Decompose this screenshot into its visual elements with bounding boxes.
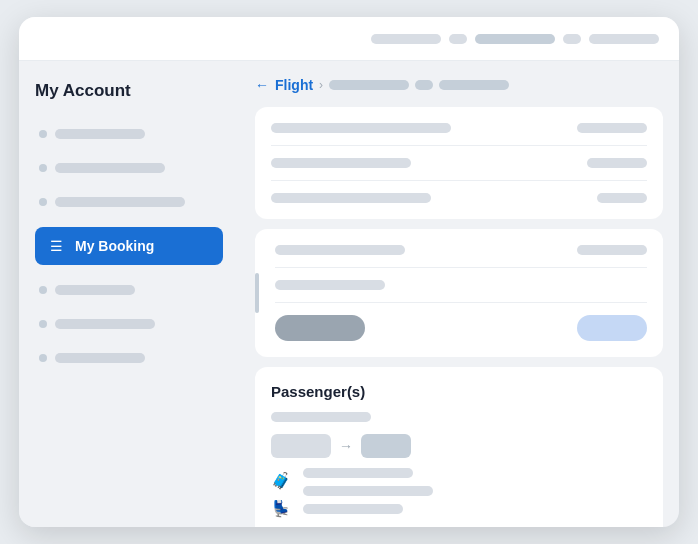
route-arrow-icon: →	[339, 438, 353, 454]
sidebar-dot	[39, 198, 47, 206]
back-arrow-icon[interactable]: ←	[255, 77, 269, 93]
topbar-pill-1	[371, 34, 441, 44]
booking-card-1	[255, 107, 663, 219]
luggage-icon: 🧳	[271, 470, 291, 490]
card-row	[271, 158, 647, 168]
main-area: My Account ☰ My Booking	[19, 61, 679, 527]
sidebar-item-my-booking[interactable]: ☰ My Booking	[35, 227, 223, 265]
card-row	[275, 280, 647, 290]
status-pill[interactable]	[275, 315, 365, 341]
route-destination	[361, 434, 411, 458]
sidebar-bar	[55, 197, 185, 207]
card-row	[271, 123, 647, 133]
breadcrumb-flight[interactable]: Flight	[275, 77, 313, 93]
card-separator	[271, 145, 647, 146]
card-bar	[271, 158, 411, 168]
sidebar-bar	[55, 319, 155, 329]
sidebar-dot	[39, 130, 47, 138]
top-bar	[19, 17, 679, 61]
topbar-pill-2	[449, 34, 467, 44]
topbar-pill-5	[589, 34, 659, 44]
sidebar-item[interactable]	[35, 157, 223, 179]
card-bar	[577, 123, 647, 133]
route-origin	[271, 434, 331, 458]
status-action-pill[interactable]	[577, 315, 647, 341]
card-bar	[577, 245, 647, 255]
breadcrumb-pill-1	[329, 80, 409, 90]
sidebar-title: My Account	[35, 81, 223, 101]
sidebar-item[interactable]	[35, 279, 223, 301]
sidebar-item[interactable]	[35, 347, 223, 369]
sidebar-item[interactable]	[35, 191, 223, 213]
passengers-card: Passenger(s) → 🧳 💺 🍴	[255, 367, 663, 527]
sidebar: My Account ☰ My Booking	[19, 61, 239, 527]
sidebar-dot	[39, 354, 47, 362]
card-bar	[275, 280, 385, 290]
breadcrumb-pill-2	[415, 80, 433, 90]
passenger-details: 🧳 💺 🍴	[271, 468, 647, 527]
breadcrumb-pill-3	[439, 80, 509, 90]
card-row	[271, 193, 647, 203]
status-row	[275, 315, 647, 341]
passenger-info	[303, 468, 433, 527]
sidebar-dot	[39, 286, 47, 294]
passengers-title: Passenger(s)	[271, 383, 647, 400]
sidebar-item[interactable]	[35, 123, 223, 145]
card-bar	[275, 245, 405, 255]
card-row	[275, 245, 647, 255]
card-separator	[275, 302, 647, 303]
passenger-icons: 🧳 💺 🍴	[271, 468, 291, 527]
content-area: ← Flight ›	[239, 61, 679, 527]
seat-icon: 💺	[271, 498, 291, 518]
sidebar-item[interactable]	[35, 313, 223, 335]
sidebar-dot	[39, 164, 47, 172]
card-separator	[275, 267, 647, 268]
topbar-pill-3	[475, 34, 555, 44]
card-bar	[271, 123, 451, 133]
breadcrumb: ← Flight ›	[255, 77, 663, 93]
card-separator	[271, 180, 647, 181]
passenger-info-bar	[303, 486, 433, 496]
app-window: My Account ☰ My Booking	[19, 17, 679, 527]
sidebar-bar	[55, 353, 145, 363]
passenger-bar	[271, 412, 371, 422]
passenger-route-row: →	[271, 434, 647, 458]
card-accent	[255, 273, 259, 313]
sidebar-bar	[55, 285, 135, 295]
chevron-right-icon: ›	[319, 78, 323, 92]
booking-icon: ☰	[47, 237, 65, 255]
meal-icon: 🍴	[271, 526, 291, 527]
sidebar-active-label: My Booking	[75, 238, 154, 254]
sidebar-bar	[55, 129, 145, 139]
sidebar-dot	[39, 320, 47, 328]
booking-card-2	[255, 229, 663, 357]
sidebar-bar	[55, 163, 165, 173]
passenger-info-bar	[303, 504, 403, 514]
passenger-info-bar	[303, 468, 413, 478]
card-bar	[271, 193, 431, 203]
card-bar	[587, 158, 647, 168]
card-bar	[597, 193, 647, 203]
topbar-pill-4	[563, 34, 581, 44]
